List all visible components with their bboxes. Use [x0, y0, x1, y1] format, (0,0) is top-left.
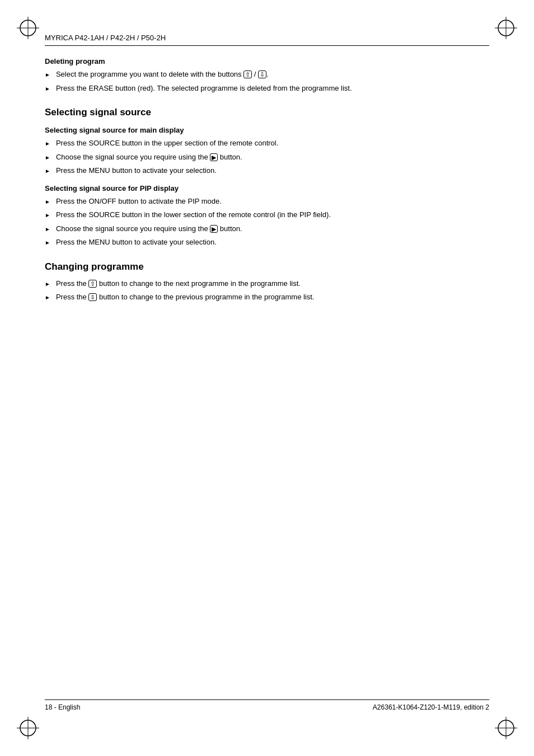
footer-rule [45, 699, 489, 700]
list-item: ► Press the MENU button to activate your… [45, 165, 489, 176]
bullet-text: Press the ON/OFF button to activate the … [56, 196, 489, 207]
bullet-text: Press the MENU button to activate your s… [56, 237, 489, 248]
corner-mark-br [495, 717, 517, 739]
list-item: ► Press the ON/OFF button to activate th… [45, 196, 489, 207]
deleting-program-list: ► Select the programme you want to delet… [45, 69, 489, 93]
bullet-text: Press the ⇩ button to change to the prev… [56, 292, 489, 303]
bullet-arrow-icon: ► [45, 139, 50, 148]
header-rule [45, 45, 489, 46]
corner-mark-tr [495, 17, 517, 39]
deleting-program-heading: Deleting program [45, 57, 489, 65]
list-item: ► Press the SOURCE button in the upper s… [45, 138, 489, 149]
bullet-arrow-icon: ► [45, 167, 50, 175]
deleting-program-section: Deleting program ► Select the programme … [45, 57, 489, 93]
list-item: ► Choose the signal source you require u… [45, 223, 489, 234]
bullet-text: Press the ERASE button (red). The select… [56, 83, 489, 94]
changing-programme-list: ► Press the ⇧ button to change to the ne… [45, 278, 489, 303]
list-item: ► Press the SOURCE button in the lower s… [45, 209, 489, 220]
bullet-arrow-icon: ► [45, 225, 50, 233]
corner-mark-bl [17, 717, 39, 739]
bullet-arrow-icon: ► [45, 238, 50, 247]
changing-programme-heading: Changing programme [45, 261, 489, 273]
footer-content: 18 - English A26361-K1064-Z120-1-M119, e… [45, 703, 489, 711]
bullet-text: Select the programme you want to delete … [56, 69, 489, 80]
selecting-signal-source-heading: Selecting signal source [45, 107, 489, 118]
list-item: ► Press the ⇧ button to change to the ne… [45, 278, 489, 289]
content-area: Deleting program ► Select the programme … [45, 57, 489, 303]
bullet-arrow-icon: ► [45, 293, 50, 302]
main-display-subsection: Selecting signal source for main display… [45, 126, 489, 176]
bullet-arrow-icon: ► [45, 198, 50, 206]
list-item: ► Choose the signal source you require u… [45, 152, 489, 163]
bullet-text: Choose the signal source you require usi… [56, 223, 489, 234]
header-title: MYRICA P42-1AH / P42-2H / P50-2H [45, 34, 489, 42]
bullet-arrow-icon: ► [45, 71, 50, 79]
list-item: ► Press the MENU button to activate your… [45, 237, 489, 248]
main-display-subheading: Selecting signal source for main display [45, 126, 489, 134]
list-item: ► Select the programme you want to delet… [45, 69, 489, 80]
page: MYRICA P42-1AH / P42-2H / P50-2H Deletin… [0, 0, 534, 756]
footer-right: A26361-K1064-Z120-1-M119, edition 2 [373, 703, 489, 711]
list-item: ► Press the ERASE button (red). The sele… [45, 83, 489, 94]
changing-programme-section: Changing programme ► Press the ⇧ button … [45, 261, 489, 303]
pip-display-list: ► Press the ON/OFF button to activate th… [45, 196, 489, 248]
bullet-text: Choose the signal source you require usi… [56, 152, 489, 163]
bullet-text: Press the ⇧ button to change to the next… [56, 278, 489, 289]
bullet-text: Press the SOURCE button in the lower sec… [56, 209, 489, 220]
list-item: ► Press the ⇩ button to change to the pr… [45, 292, 489, 303]
corner-mark-tl [17, 17, 39, 39]
pip-display-subsection: Selecting signal source for PIP display … [45, 184, 489, 248]
main-display-list: ► Press the SOURCE button in the upper s… [45, 138, 489, 176]
bullet-text: Press the SOURCE button in the upper sec… [56, 138, 489, 149]
bullet-text: Press the MENU button to activate your s… [56, 165, 489, 176]
bullet-arrow-icon: ► [45, 84, 50, 93]
bullet-arrow-icon: ► [45, 153, 50, 162]
selecting-signal-source-section: Selecting signal source Selecting signal… [45, 107, 489, 248]
bullet-arrow-icon: ► [45, 280, 50, 288]
footer-left: 18 - English [45, 703, 80, 711]
bullet-arrow-icon: ► [45, 211, 50, 219]
pip-display-subheading: Selecting signal source for PIP display [45, 184, 489, 192]
